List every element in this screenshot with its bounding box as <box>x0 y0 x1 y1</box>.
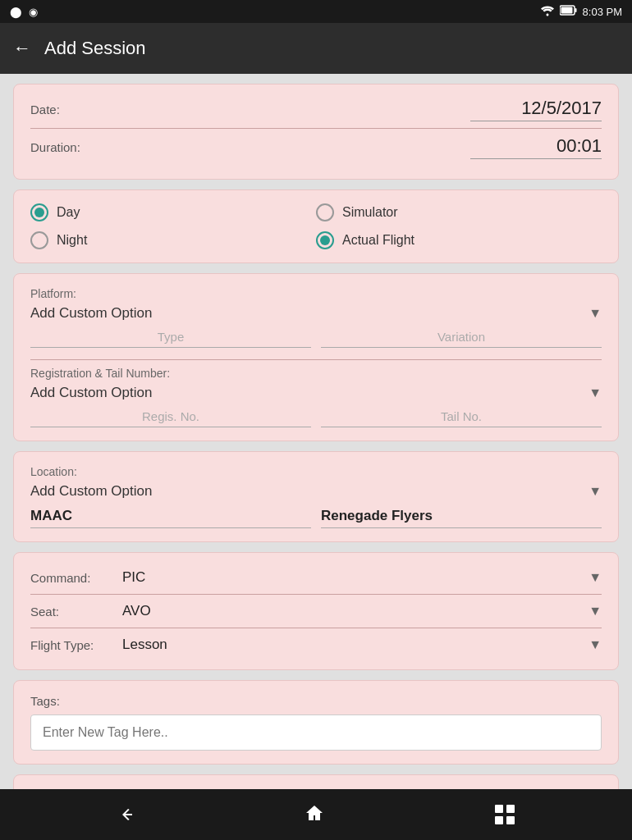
wifi-icon <box>540 5 555 19</box>
flight-type-value: Lesson <box>122 637 167 653</box>
duration-row: Duration: 00:01 <box>30 135 602 159</box>
status-left: ⬤ ◉ <box>10 6 38 18</box>
reg-dropdown-arrow: ▼ <box>588 386 602 400</box>
location-value-1[interactable]: MAAC <box>30 508 311 528</box>
svg-rect-6 <box>506 816 515 824</box>
day-option[interactable]: Day <box>30 203 316 221</box>
seat-value: AVO <box>122 603 151 619</box>
svg-rect-1 <box>575 8 576 12</box>
svg-rect-2 <box>561 7 572 14</box>
location-dropdown[interactable]: Add Custom Option ▼ <box>30 483 602 500</box>
battery-icon <box>560 5 578 18</box>
svg-rect-5 <box>495 816 503 824</box>
tail-input[interactable]: Tail No. <box>321 409 602 427</box>
duration-label: Duration: <box>30 140 80 154</box>
command-value-row[interactable]: PIC ▼ <box>112 569 602 586</box>
seat-value-row[interactable]: AVO ▼ <box>112 603 602 619</box>
notification-icon: ⬤ <box>10 6 22 18</box>
location-value-2[interactable]: Renegade Flyers <box>321 508 602 528</box>
time-display: 8:03 PM <box>583 6 622 18</box>
reg-tail-row: Regis. No. Tail No. <box>30 409 602 427</box>
flight-type-arrow: ▼ <box>588 637 602 652</box>
reg-label: Registration & Tail Number: <box>30 367 602 380</box>
actual-flight-option[interactable]: Actual Flight <box>316 231 602 249</box>
seat-row: Seat: AVO ▼ <box>30 600 602 623</box>
platform-dropdown-value: Add Custom Option <box>30 305 152 322</box>
seat-label: Seat: <box>30 605 112 619</box>
main-content: Date: 12/5/2017 Duration: 00:01 Day Simu… <box>0 74 632 789</box>
flight-details-card: Command: PIC ▼ Seat: AVO ▼ Flight Type: … <box>13 552 619 670</box>
location-dropdown-value: Add Custom Option <box>30 483 152 500</box>
variation-input[interactable]: Variation <box>321 330 602 348</box>
date-label: Date: <box>30 103 60 116</box>
flight-type-value-row[interactable]: Lesson ▼ <box>112 637 602 653</box>
radio-grid: Day Simulator Night Actual Flight <box>30 203 602 249</box>
tags-card: Tags: <box>13 680 619 765</box>
seat-arrow: ▼ <box>588 604 602 619</box>
command-label: Command: <box>30 571 112 585</box>
date-duration-card: Date: 12/5/2017 Duration: 00:01 <box>13 84 619 180</box>
command-row: Command: PIC ▼ <box>30 566 602 589</box>
flight-type-row: Flight Type: Lesson ▼ <box>30 633 602 656</box>
reg-input[interactable]: Regis. No. <box>30 409 311 427</box>
date-row: Date: 12/5/2017 <box>30 98 602 121</box>
counted-activities-card: Counted Activities: T/O 1 LDG 1 G/A 0 <box>13 774 619 789</box>
platform-dropdown-arrow: ▼ <box>588 306 602 321</box>
command-divider <box>30 594 602 595</box>
date-value[interactable]: 12/5/2017 <box>470 98 602 121</box>
status-bar: ⬤ ◉ 8:03 PM <box>0 0 632 23</box>
camera-icon: ◉ <box>29 6 38 18</box>
date-divider <box>30 128 602 129</box>
tag-input[interactable] <box>30 714 602 751</box>
simulator-label: Simulator <box>342 205 398 220</box>
platform-dropdown[interactable]: Add Custom Option ▼ <box>30 305 602 322</box>
platform-label: Platform: <box>30 287 602 300</box>
location-label: Location: <box>30 465 602 478</box>
tags-label: Tags: <box>30 694 602 708</box>
platform-card: Platform: Add Custom Option ▼ Type Varia… <box>13 273 619 441</box>
bottom-nav <box>0 789 632 840</box>
nav-back-button[interactable] <box>108 795 147 834</box>
simulator-radio[interactable] <box>316 203 334 221</box>
top-bar: ← Add Session <box>0 23 632 74</box>
type-variation-row: Type Variation <box>30 330 602 348</box>
command-value: PIC <box>122 569 145 586</box>
nav-home-button[interactable] <box>296 795 336 834</box>
duration-value[interactable]: 00:01 <box>470 135 602 159</box>
reg-dropdown[interactable]: Add Custom Option ▼ <box>30 385 602 401</box>
seat-divider <box>30 628 602 628</box>
nav-apps-button[interactable] <box>485 795 524 834</box>
actual-flight-label: Actual Flight <box>342 233 414 248</box>
flight-options-card: Day Simulator Night Actual Flight <box>13 189 619 263</box>
location-values-row: MAAC Renegade Flyers <box>30 508 602 528</box>
back-button[interactable]: ← <box>13 38 31 59</box>
day-label: Day <box>57 205 80 220</box>
night-label: Night <box>57 233 87 248</box>
location-dropdown-arrow: ▼ <box>588 484 602 499</box>
status-right: 8:03 PM <box>540 5 622 19</box>
night-radio[interactable] <box>30 231 48 249</box>
day-radio[interactable] <box>30 203 48 221</box>
night-option[interactable]: Night <box>30 231 316 249</box>
command-arrow: ▼ <box>588 570 602 585</box>
type-input[interactable]: Type <box>30 330 311 348</box>
svg-rect-4 <box>506 805 515 813</box>
location-card: Location: Add Custom Option ▼ MAAC Reneg… <box>13 451 619 542</box>
flight-type-label: Flight Type: <box>30 638 112 652</box>
actual-flight-radio[interactable] <box>316 231 334 249</box>
reg-dropdown-value: Add Custom Option <box>30 385 152 401</box>
simulator-option[interactable]: Simulator <box>316 203 602 221</box>
page-title: Add Session <box>44 38 146 59</box>
platform-divider <box>30 359 602 360</box>
svg-rect-3 <box>495 805 503 813</box>
